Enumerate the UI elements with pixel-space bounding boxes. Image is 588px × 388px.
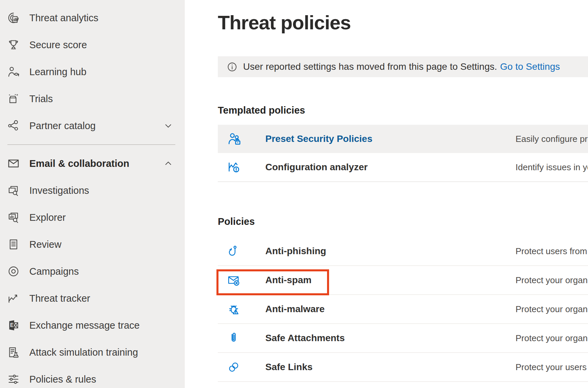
chevron-up-icon[interactable] (163, 158, 173, 169)
threat-policies-page: Threat analytics Secure score (0, 0, 588, 388)
threat-tracker-icon (7, 292, 20, 305)
sidebar-item-explorer[interactable]: Explorer (0, 204, 185, 231)
sidebar-item-investigations[interactable]: Investigations (0, 177, 185, 204)
sidebar-item-label: Partner catalog (29, 120, 96, 131)
row-description: Protect your users fr (516, 362, 588, 372)
safe-attachments-icon (227, 331, 241, 345)
investigations-icon (7, 184, 20, 197)
sidebar-item-policies-rules[interactable]: Policies & rules (0, 366, 185, 388)
sidebar-item-threat-tracker[interactable]: Threat tracker (0, 285, 185, 312)
sidebar-item-attack-simulation-training[interactable]: Attack simulation training (0, 339, 185, 366)
sidebar-item-learning-hub[interactable]: Learning hub (0, 58, 185, 85)
preset-security-icon (227, 131, 242, 147)
configuration-analyzer-icon (227, 159, 242, 175)
partner-catalog-icon (7, 119, 20, 132)
row-description: Easily configure prot (516, 134, 588, 144)
sidebar-item-label: Investigations (29, 185, 89, 196)
exchange-icon: E (7, 319, 20, 332)
row-preset-security-policies[interactable]: Preset Security Policies Easily configur… (218, 125, 588, 153)
sidebar-item-label: Threat analytics (29, 12, 98, 24)
banner-message: User reported settings has moved from th… (243, 61, 497, 72)
page-title: Threat policies (218, 11, 351, 34)
attack-simulation-icon (7, 346, 20, 359)
sidebar-item-label: Campaigns (29, 266, 79, 277)
templated-policies-heading: Templated policies (218, 105, 305, 116)
sidebar-item-label: Exchange message trace (29, 320, 140, 331)
sidebar-item-threat-analytics[interactable]: Threat analytics (0, 4, 185, 31)
svg-text:E: E (10, 322, 14, 328)
sidebar-item-label: Attack simulation training (29, 347, 138, 358)
campaigns-icon (7, 265, 20, 278)
sidebar: Threat analytics Secure score (0, 0, 185, 388)
policies-rules-icon (7, 372, 20, 386)
row-description: Protect your organiz (516, 333, 588, 344)
row-label: Anti-spam (265, 275, 312, 286)
sidebar-item-secure-score[interactable]: Secure score (0, 31, 185, 58)
sidebar-item-label: Policies & rules (29, 374, 96, 385)
chevron-down-icon[interactable] (163, 121, 173, 131)
info-banner: User reported settings has moved from th… (218, 56, 588, 77)
info-icon (227, 62, 237, 72)
sidebar-item-exchange-message-trace[interactable]: E Exchange message trace (0, 312, 185, 339)
policies-heading: Policies (218, 216, 255, 227)
trophy-icon (7, 38, 20, 52)
sidebar-item-partner-catalog[interactable]: Partner catalog (0, 112, 185, 139)
row-anti-phishing[interactable]: Anti-phishing Protect users from p (218, 237, 588, 266)
row-safe-attachments[interactable]: Safe Attachments Protect your organiz (218, 324, 588, 353)
safe-links-icon (227, 360, 241, 374)
row-description: Protect your organiz (516, 304, 588, 315)
explorer-icon (7, 211, 20, 224)
sidebar-item-label: Learning hub (29, 66, 86, 78)
row-label: Preset Security Policies (265, 133, 373, 144)
threat-analytics-icon (7, 11, 20, 25)
review-icon (7, 238, 20, 251)
sidebar-item-label: Threat tracker (29, 293, 90, 304)
row-label: Anti-malware (265, 304, 325, 315)
policies-list: Anti-phishing Protect users from p Anti-… (218, 237, 588, 382)
sidebar-item-trials[interactable]: Trials (0, 85, 185, 112)
learning-hub-icon (7, 65, 20, 79)
row-label: Safe Attachments (265, 333, 345, 344)
row-description: Protect users from p (516, 246, 588, 257)
row-anti-malware[interactable]: Anti-malware Protect your organiz (218, 295, 588, 324)
sidebar-item-review[interactable]: Review (0, 231, 185, 258)
trials-icon (7, 92, 20, 106)
sidebar-item-label: Email & collaboration (29, 158, 129, 169)
sidebar-item-label: Secure score (29, 39, 87, 51)
row-configuration-analyzer[interactable]: Configuration analyzer Identify issues i… (218, 153, 588, 181)
row-label: Safe Links (265, 362, 313, 372)
go-to-settings-link[interactable]: Go to Settings (500, 61, 560, 72)
row-description: Identify issues in you (516, 162, 588, 173)
sidebar-item-campaigns[interactable]: Campaigns (0, 258, 185, 285)
sidebar-item-email-collaboration[interactable]: Email & collaboration (0, 150, 185, 177)
sidebar-item-label: Review (29, 239, 61, 250)
sidebar-item-label: Trials (29, 93, 53, 105)
sidebar-divider (7, 144, 175, 145)
email-icon (7, 157, 20, 170)
row-label: Anti-phishing (265, 246, 326, 257)
templated-policies-list: Preset Security Policies Easily configur… (218, 125, 588, 182)
anti-malware-icon (227, 302, 241, 316)
row-safe-links[interactable]: Safe Links Protect your users fr (218, 353, 588, 382)
row-label: Configuration analyzer (265, 162, 368, 173)
anti-spam-icon (227, 273, 241, 287)
row-anti-spam[interactable]: Anti-spam Protect your organiz (218, 266, 588, 295)
anti-phishing-icon (227, 244, 241, 258)
sidebar-item-label: Explorer (29, 212, 66, 223)
row-description: Protect your organiz (516, 275, 588, 286)
